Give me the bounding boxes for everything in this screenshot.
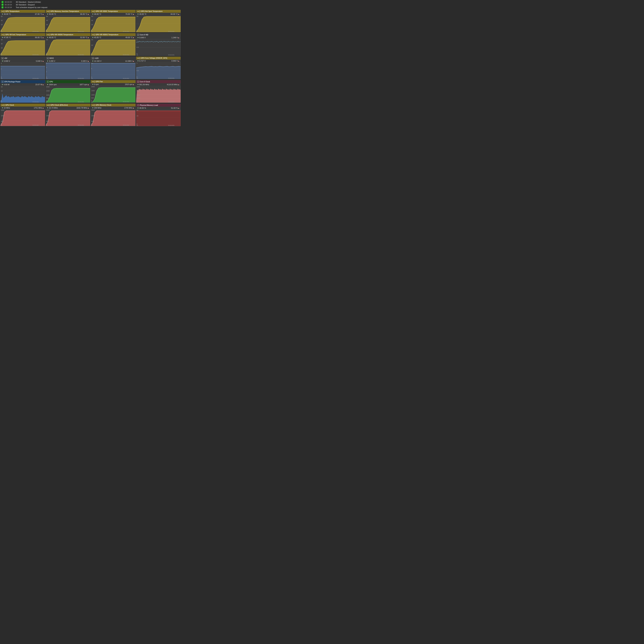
panel-title-gpu-mem-junc: GPU Memory Junction Temperature: [51, 10, 79, 12]
line-icon: [2, 11, 5, 12]
panel-title-core0-vid: Core 0 VID: [140, 34, 148, 36]
svg-text:0s: 0s: [137, 125, 138, 126]
max-val-gpu-temp: 67.00 °C: [35, 13, 42, 15]
panel-phys-mem-load: ? Physical Memory Load ▼ 48.60 % 51.60 %…: [136, 103, 181, 126]
chart-svg-gpu-temp: 60 40 20 0 0s 0h16m40s: [1, 15, 45, 32]
panel-gpu-temp: GPU Temperature ▼ 49.00 °C 67.00 °C ▲ 60…: [0, 10, 45, 32]
chart-phys-mem-load: 40 20 0 0s 0h16m40s: [136, 109, 181, 126]
question-icon-mem: ?: [137, 104, 139, 106]
svg-text:20: 20: [91, 24, 93, 25]
panel-header-gpu-vr-vddio: GPU VR VDDIO Temperature: [46, 33, 90, 36]
svg-text:0h16m40s: 0h16m40s: [32, 78, 39, 79]
panel-5v: ■ +5V ▼ 5.000 V 5.040 V ▲ 4 2 0 0s: [0, 57, 45, 79]
svg-text:500: 500: [91, 97, 94, 99]
box-icon-cpu-pkg: ■: [2, 81, 4, 83]
panel-header-gpu-mem-junc: GPU Memory Junction Temperature: [46, 10, 90, 13]
panel-header-gpu-vr-vddci: GPU VR VDDCI Temperature: [91, 33, 136, 36]
log-icon-2: [1, 4, 4, 6]
svg-text:1000: 1000: [137, 97, 140, 99]
svg-text:1500: 1500: [1, 109, 4, 111]
panel-title-gpu-mem-clock: GPU Memory Clock: [96, 104, 111, 106]
svg-text:1500: 1500: [91, 90, 95, 92]
svg-text:5: 5: [91, 68, 92, 69]
log-time-2: 00:30:54: [5, 4, 15, 6]
log-message-1: 3D Standard - Started (Infinite): [16, 1, 41, 3]
panel-cpu-fan: ■ CPU ▼ 1664 rpm 1877 rpm ▲ 2000 1500 10…: [46, 80, 91, 103]
svg-text:0h16m40s: 0h16m40s: [123, 124, 129, 126]
panel-header-gpu-hotspot: GPU Hot Spot Temperature: [136, 10, 181, 13]
svg-text:0s: 0s: [137, 31, 138, 32]
svg-text:60: 60: [1, 16, 3, 17]
svg-text:20: 20: [137, 115, 138, 117]
panel-3vcc: ■ 3VCC ▼ 3.280 V 3.328 V ▲ 3 2 1 0: [46, 57, 91, 79]
svg-text:0h16m40s: 0h16m40s: [168, 54, 174, 56]
svg-text:20: 20: [46, 24, 48, 25]
chart-gpu-hotspot: 60 0 0s 0h16m40s: [136, 15, 181, 32]
svg-text:0s: 0s: [46, 31, 48, 32]
chart-gpu-vr-vddci: 40 20 0 0s 0h16m40s: [91, 39, 136, 56]
chart-3vcc: 3 2 1 0 0s 0h16m40s: [46, 62, 90, 79]
svg-text:0h16m40s: 0h16m40s: [32, 101, 39, 103]
svg-text:40: 40: [137, 110, 138, 111]
svg-text:20: 20: [91, 44, 93, 46]
panel-gpu-fan: GPU Fan ▼ 0 rpm 1910 rpm ▲ 2000 1500 100…: [91, 80, 136, 103]
min-gpu-mem-junc: 50.00 °C: [48, 13, 80, 15]
svg-text:0s: 0s: [137, 77, 138, 79]
svg-text:1000: 1000: [91, 94, 95, 96]
svg-text:0h16m40s: 0h16m40s: [168, 77, 174, 79]
log-area: 00:00:00 3D Standard - Started (Infinite…: [0, 0, 181, 9]
svg-text:500: 500: [91, 121, 94, 122]
panel-header-gpu-vr-vddc: GPU VR VDDC Temperature: [91, 10, 136, 13]
chart-gpu-clock: 1500 1000 500 0 0s 0h16m40s: [1, 109, 45, 126]
svg-text:0s: 0s: [46, 101, 48, 103]
section-voltages: ■ +5V ▼ 5.000 V 5.040 V ▲ 4 2 0 0s: [0, 56, 181, 80]
log-icon-3: [1, 6, 4, 9]
log-entry-3: 00:30:54 Test schedule stopped by user r…: [1, 6, 180, 9]
svg-text:0h16m40s: 0h16m40s: [32, 124, 39, 126]
svg-text:4: 4: [1, 63, 2, 64]
svg-text:1000: 1000: [46, 94, 50, 96]
chart-core0-vid: 1 0.5 0 0s 0h16m40s: [136, 39, 181, 56]
panel-header-core0-vid: ■ Core 0 VID: [136, 33, 181, 36]
svg-text:0h16m40s: 0h16m40s: [78, 31, 84, 32]
svg-text:0h16m40s: 0h16m40s: [32, 54, 39, 56]
panel-values-gpu-vr-vddc: ▼ 48.00 °C 70.00 °C ▲: [91, 13, 136, 15]
chart-gpu-vr-vddio: 40 0 0s 0h16m40s: [46, 39, 90, 56]
svg-text:1500: 1500: [91, 109, 95, 111]
svg-text:2000: 2000: [46, 86, 50, 88]
svg-text:40: 40: [46, 20, 48, 21]
box-icon-5v: ■: [2, 57, 4, 59]
chart-gpu-vr-vddc: 60 40 20 0 0s 0h16m40s: [91, 15, 136, 32]
svg-text:0s: 0s: [46, 54, 48, 56]
panel-title-gpu-vr-soc: GPU VR SoC Temperature: [5, 34, 26, 36]
panel-cpu-pkg-power: ■ CPU Package Power ▼ 4.90 W 23.07 W ▲ 2…: [0, 80, 45, 103]
svg-text:0h16m40s: 0h16m40s: [168, 125, 174, 126]
chart-5v: 4 2 0 0s 0h16m40s: [1, 62, 45, 79]
panel-title-gpu-vr-vddio: GPU VR VDDIO Temperature: [51, 34, 73, 36]
chart-12v: 10 5 0 0s 0h16m40s: [91, 62, 136, 79]
panel-header-gpu-vr-soc: GPU VR SoC Temperature: [1, 33, 45, 36]
svg-text:60: 60: [1, 39, 3, 41]
svg-text:60: 60: [46, 16, 48, 17]
box-icon-3vcc: ■: [47, 57, 49, 59]
chart-gpu-vr-soc: 60 40 20 0 0s 0h16m40s: [1, 39, 45, 56]
panel-title-core0-clock: Core 0 Clock: [140, 81, 150, 83]
svg-text:0.5: 0.5: [137, 46, 139, 48]
panel-title-gpu-clock-eff: GPU Clock (Effective): [51, 104, 68, 106]
svg-text:1000: 1000: [91, 115, 95, 117]
panel-values-gpu-mem-junc: ▼ 50.00 °C 66.00 °C ▲: [46, 13, 90, 15]
panel-title-gpu-core-volt: GPU Core Voltage (VDDCR_GFX): [141, 57, 167, 59]
svg-text:20: 20: [1, 86, 3, 88]
svg-text:0s: 0s: [137, 54, 138, 56]
panel-gpu-mem-junc: GPU Memory Junction Temperature ▼ 50.00 …: [46, 10, 91, 32]
min-val-gpu-temp: 49.00 °C: [3, 13, 35, 15]
svg-text:0h16m40s: 0h16m40s: [78, 124, 84, 126]
svg-text:500: 500: [1, 121, 3, 122]
svg-text:500: 500: [46, 121, 49, 122]
panel-gpu-mem-clock: GPU Memory Clock ▼ 200 MHz 1744 MHz ▲ 15…: [91, 103, 136, 126]
panel-core0-clock: ■ Core 0 Clock ▼ 801.56 MHz 4116.03 MHz …: [136, 80, 181, 103]
panel-gpu-core-volt: GPU Core Voltage (VDDCR_GFX) ▼ 0.727 V 0…: [136, 57, 181, 79]
svg-text:0h16m40s: 0h16m40s: [78, 78, 84, 79]
svg-text:0s: 0s: [91, 101, 93, 102]
svg-text:20: 20: [1, 47, 3, 49]
